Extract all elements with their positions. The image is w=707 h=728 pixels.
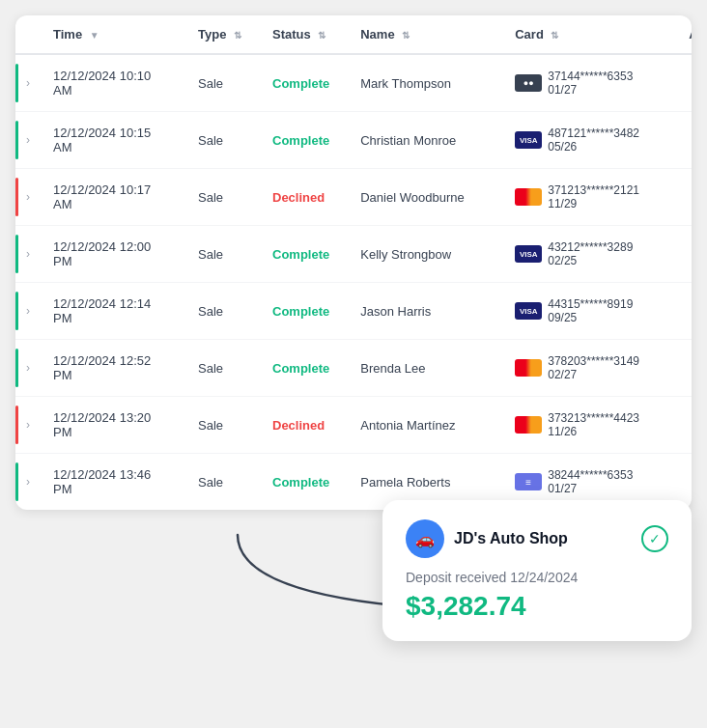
deposit-label: Deposit received 12/24/2024	[406, 570, 668, 585]
card-header: Card ⇅	[499, 15, 673, 54]
expand-chevron[interactable]: ›	[18, 169, 38, 226]
merchant-info: 🚗 JD's Auto Shop	[406, 519, 568, 558]
table-row[interactable]: › 12/12/2024 10:15 AM Sale Complete Chri…	[15, 112, 692, 169]
transaction-time: 12/12/2024 13:20 PM	[38, 397, 183, 454]
card-sort-icon[interactable]: ⇅	[551, 30, 558, 41]
transaction-amount: $151.49	[673, 54, 692, 112]
transaction-status: Declined	[257, 397, 345, 454]
expand-chevron[interactable]: ›	[18, 340, 38, 397]
transaction-status: Complete	[257, 454, 345, 511]
amount-header: Amount ⇅	[673, 15, 692, 54]
status-badge: Complete	[272, 76, 329, 91]
mastercard-icon	[515, 359, 542, 377]
deposit-header: 🚗 JD's Auto Shop ✓	[406, 519, 668, 558]
card-number: 378203******3149 02/27	[548, 354, 658, 381]
table-header-row: Time ▼ Type ⇅ Status ⇅ Name ⇅ Card ⇅ Amo…	[15, 15, 692, 54]
expand-chevron[interactable]: ›	[18, 112, 38, 169]
transaction-amount: $654.29	[673, 169, 692, 226]
status-badge: Declined	[272, 190, 325, 205]
transaction-amount: $614.19	[673, 397, 692, 454]
transaction-type: Sale	[183, 283, 257, 340]
status-badge: Complete	[272, 133, 329, 148]
transaction-status: Complete	[257, 54, 345, 112]
expand-chevron[interactable]: ›	[18, 54, 38, 112]
transaction-type: Sale	[183, 397, 257, 454]
table-row[interactable]: › 12/12/2024 10:17 AM Sale Declined Dani…	[15, 169, 692, 226]
mastercard-icon	[515, 188, 542, 206]
status-badge: Complete	[272, 247, 329, 262]
card-info: VISA 43212******3289 02/25	[499, 226, 673, 283]
customer-name: Kelly Strongbow	[345, 226, 499, 283]
time-sort-icon[interactable]: ▼	[90, 30, 99, 41]
transaction-type: Sale	[183, 169, 257, 226]
card-info: 371213******2121 11/29	[499, 169, 673, 226]
table-row[interactable]: › 12/12/2024 10:10 AM Sale Complete Mark…	[15, 54, 692, 112]
card-number: 44315******8919 09/25	[548, 297, 658, 324]
customer-name: Christian Monroe	[345, 112, 499, 169]
transaction-type: Sale	[183, 226, 257, 283]
type-sort-icon[interactable]: ⇅	[234, 30, 241, 41]
chevron-header	[18, 15, 38, 54]
card-container: 373213******4423 11/26	[515, 411, 658, 438]
transaction-status: Complete	[257, 112, 345, 169]
expand-chevron[interactable]: ›	[18, 226, 38, 283]
status-sort-icon[interactable]: ⇅	[318, 30, 325, 41]
card-number: 38244******6353 01/27	[548, 468, 658, 495]
table-row[interactable]: › 12/12/2024 13:20 PM Sale Declined Anto…	[15, 397, 692, 454]
table-row[interactable]: › 12/12/2024 12:52 PM Sale Complete Bren…	[15, 340, 692, 397]
card-info: VISA 487121******3482 05/26	[499, 112, 673, 169]
type-header: Type ⇅	[183, 15, 257, 54]
transaction-type: Sale	[183, 54, 257, 112]
transaction-status: Complete	[257, 226, 345, 283]
merchant-avatar: 🚗	[406, 519, 444, 558]
transaction-time: 12/12/2024 13:46 PM	[38, 454, 183, 511]
transaction-time: 12/12/2024 12:00 PM	[38, 226, 183, 283]
transaction-amount: $84.19	[673, 112, 692, 169]
transaction-status: Declined	[257, 169, 345, 226]
transaction-amount: $378.12	[673, 226, 692, 283]
transaction-amount: $174.12	[673, 340, 692, 397]
name-header: Name ⇅	[345, 15, 499, 54]
expand-chevron[interactable]: ›	[18, 397, 38, 454]
transactions-table: Time ▼ Type ⇅ Status ⇅ Name ⇅ Card ⇅ Amo…	[15, 15, 692, 510]
customer-name: Jason Harris	[345, 283, 499, 340]
name-sort-icon[interactable]: ⇅	[402, 30, 410, 41]
transaction-amount: $848.22	[673, 283, 692, 340]
card-container: ≡ 38244******6353 01/27	[515, 468, 658, 495]
time-header: Time ▼	[38, 15, 183, 54]
customer-name: Brenda Lee	[345, 340, 499, 397]
status-badge: Complete	[272, 475, 329, 490]
merchant-icon: 🚗	[415, 530, 435, 548]
transaction-status: Complete	[257, 340, 345, 397]
visa-icon: VISA	[515, 302, 542, 320]
expand-chevron[interactable]: ›	[18, 454, 38, 511]
deposit-card: 🚗 JD's Auto Shop ✓ Deposit received 12/2…	[382, 500, 692, 641]
card-info: ●● 37144******6353 01/27	[499, 54, 673, 112]
expand-chevron[interactable]: ›	[18, 283, 38, 340]
card-container: 378203******3149 02/27	[515, 354, 658, 381]
transaction-status: Complete	[257, 283, 345, 340]
transaction-time: 12/12/2024 10:10 AM	[38, 54, 183, 112]
mastercard-icon	[515, 416, 542, 434]
transaction-time: 12/12/2024 12:14 PM	[38, 283, 183, 340]
deposit-amount: $3,282.74	[406, 591, 668, 622]
transaction-type: Sale	[183, 112, 257, 169]
card-number: 43212******3289 02/25	[548, 240, 658, 267]
table-row[interactable]: › 12/12/2024 12:14 PM Sale Complete Jaso…	[15, 283, 692, 340]
visa-icon: VISA	[515, 131, 542, 149]
customer-name: Daniel Woodburne	[345, 169, 499, 226]
transaction-type: Sale	[183, 340, 257, 397]
card-container: ●● 37144******6353 01/27	[515, 70, 658, 97]
transaction-type: Sale	[183, 454, 257, 511]
transaction-time: 12/12/2024 12:52 PM	[38, 340, 183, 397]
arrow-section: 🚗 JD's Auto Shop ✓ Deposit received 12/2…	[15, 525, 707, 641]
table-row[interactable]: › 12/12/2024 12:00 PM Sale Complete Kell…	[15, 226, 692, 283]
card-container: VISA 487121******3482 05/26	[515, 126, 658, 154]
card-info: 378203******3149 02/27	[499, 340, 673, 397]
card-container: 371213******2121 11/29	[515, 183, 658, 210]
card-container: VISA 43212******3289 02/25	[515, 240, 658, 267]
status-badge: Declined	[272, 418, 325, 433]
card-number: 373213******4423 11/26	[548, 411, 658, 438]
stripe-icon: ≡	[515, 473, 542, 490]
transaction-time: 12/12/2024 10:15 AM	[38, 112, 183, 169]
